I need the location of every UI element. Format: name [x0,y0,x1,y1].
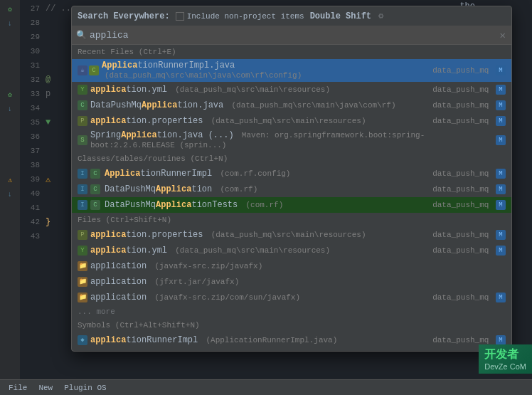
search-input[interactable] [90,30,499,41]
section-classes: Classes/tables/routines (Ctrl+N) [72,152,511,166]
search-dialog-title: Search Everywhere: [78,11,170,21]
gear-icon[interactable]: ⚙ [378,11,383,21]
include-non-project-checkbox[interactable]: Include non-project items [176,12,304,21]
interface2-icon: I [78,184,87,194]
section-symbols: Symbols (Ctrl+Alt+Shift+N) [72,318,511,332]
result-sym-applicationrunnerimpl[interactable]: ◆ applicationRunnerImpl (ApplicationRunn… [72,332,511,348]
result-file-folder3[interactable]: 📁 application (javafx-src.zip/com/sun/ja… [72,290,511,305]
result-path: (data_push_mq\src\main\resources) [175,85,330,94]
result-module: data_push_mq M [427,335,506,345]
result-name: application.yml (data_push_mq\src\main\r… [90,85,330,95]
java-icon: ☕ [78,65,87,75]
section-recent-files: Recent Files (Ctrl+E) [72,45,511,59]
sym1-icon: ◆ [78,335,87,345]
result-file-folder1[interactable]: 📁 application (javafx-src.zip/javafx) [72,258,511,274]
result-module: data_push_mq M [427,65,506,75]
result-path: (jfxrt.jar/javafx) [154,278,239,286]
sidebar-icon-3[interactable]: ✿ [2,88,18,101]
sidebar-icon-4[interactable]: ↓ [2,102,18,115]
result-application-properties[interactable]: P application.properties (data_push_mq\s… [72,113,511,129]
class3-icon: C [90,184,100,194]
search-input-row: 🔍 ✕ [72,26,511,45]
result-path: (data_push_mq\src\main\java\com\rf\confi… [105,71,302,80]
checkbox-box[interactable] [176,12,184,21]
result-module: data_push_mq M [427,293,506,302]
result-name: application.yml (data_push_mq\src\main\r… [90,246,330,256]
result-name: DataPushMqApplication (com.rf) [105,184,257,194]
result-path: (data_push_mq\src\main\resources) [175,246,330,255]
result-name: application (javafx-src.zip/javafx) [90,261,262,271]
shortcut-label: Double Shift [310,11,371,21]
result-module: data_push_mq M [427,230,506,240]
result-sym-datapushmqapplication[interactable]: ◆ dataPushMqApplication (DataPushMqAppli… [72,348,511,351]
sidebar-icon-6[interactable]: ↓ [2,188,18,201]
result-module: data_push_mq M [427,100,506,110]
folder2-icon: 📁 [78,277,87,287]
result-path: (ApplicationRunnerImpl.java) [206,336,337,344]
result-name: ApplicationRunnerImpl.java (data_push_mq… [102,60,427,80]
result-applicationrunnerimpl[interactable]: ☕ C ApplicationRunnerImpl.java (data_pus… [72,59,511,82]
result-path: (javafx-src.zip/com/sun/javafx) [154,293,300,302]
left-sidebar: ✿ ↓ ✿ ↓ ⚠ ↓ [0,0,20,395]
result-path: (com.rf.config) [220,169,290,178]
result-file-yml[interactable]: Y application.yml (data_push_mq\src\main… [72,243,511,258]
result-name: DataPushMqApplicationTests (com.rf) [105,200,283,210]
more-results[interactable]: ... more [72,305,511,318]
result-class-datapushmqapplicationtests[interactable]: I C DataPushMqApplicationTests (com.rf) … [72,197,511,213]
result-file-props[interactable]: P application.properties (data_push_mq\s… [72,227,511,243]
result-name: DataPushMqApplication.java (data_push_mq… [90,100,396,110]
result-module: data_push_mq M [427,184,506,194]
folder3-icon: 📁 [78,293,87,302]
result-class-datapushmqapplication[interactable]: I C DataPushMqApplication (com.rf) data_… [72,181,511,197]
sidebar-icon-1[interactable]: ✿ [2,3,18,16]
sidebar-icon-2[interactable]: ↓ [2,17,18,30]
result-path: (com.rf) [245,201,283,209]
result-name: SpringApplication.java (...) Maven: org.… [90,130,488,150]
section-files: Files (Ctrl+Shift+N) [72,213,511,227]
result-name: ApplicationRunnerImpl (com.rf.config) [105,169,290,179]
class-icon: C [78,100,87,110]
class4-icon: C [90,200,100,210]
result-path: (data_push_mq\src\main\resources) [211,117,366,125]
bottom-bar: File New Plugin OS [0,379,532,395]
props-icon: P [78,116,87,126]
result-path: (com.rf) [220,185,257,194]
result-path: (data_push_mq\src\main\java\com\rf) [231,101,395,110]
result-path: (data_push_mq\src\main\resources) [211,231,366,239]
result-module: data_push_mq M [427,169,506,179]
bottom-plugin[interactable]: Plugin OS [61,382,109,394]
result-file-folder2[interactable]: 📁 application (jfxrt.jar/javafx) [72,274,511,290]
result-name: application.properties (data_push_mq\src… [90,116,366,126]
search-header: Search Everywhere: Include non-project i… [72,6,511,26]
bottom-new[interactable]: New [36,382,55,394]
result-module: M [488,135,506,145]
result-name: application.properties (data_push_mq\src… [90,230,366,240]
result-springapplication[interactable]: S SpringApplication.java (...) Maven: or… [72,129,511,152]
result-module: data_push_mq M [427,116,506,126]
spring-icon: S [78,135,87,145]
result-name: applicationRunnerImpl (ApplicationRunner… [90,335,337,345]
result-module: data_push_mq M [427,85,506,95]
clear-button[interactable]: ✕ [499,29,507,41]
bottom-file[interactable]: File [6,382,30,394]
interface-icon: I [78,169,87,179]
result-module: data_push_mq M [427,200,506,210]
result-application-yml[interactable]: Y application.yml (data_push_mq\src\main… [72,82,511,98]
config-icon: C [89,65,99,75]
result-name: application (javafx-src.zip/com/sun/java… [90,293,300,302]
yml-icon: Y [78,85,87,95]
result-datapushmqapplication[interactable]: C DataPushMqApplication.java (data_push_… [72,98,511,113]
result-name: application (jfxrt.jar/javafx) [90,277,239,287]
watermark-line1: 开发者 [484,347,526,362]
class2-icon: C [90,169,100,179]
result-path: (javafx-src.zip/javafx) [154,262,262,270]
sidebar-icon-5[interactable]: ⚠ [2,174,18,186]
interface3-icon: I [78,200,87,210]
folder1-icon: 📁 [78,261,87,271]
file-yml-icon: Y [78,246,87,256]
watermark: 开发者 DevZe CoM [479,344,532,374]
checkbox-label: Include non-project items [187,12,304,21]
result-class-applicationrunnerimpl[interactable]: I C ApplicationRunnerImpl (com.rf.config… [72,166,511,181]
results-area: Recent Files (Ctrl+E) ☕ C ApplicationRun… [72,45,511,351]
watermark-line2: DevZe CoM [484,362,526,371]
